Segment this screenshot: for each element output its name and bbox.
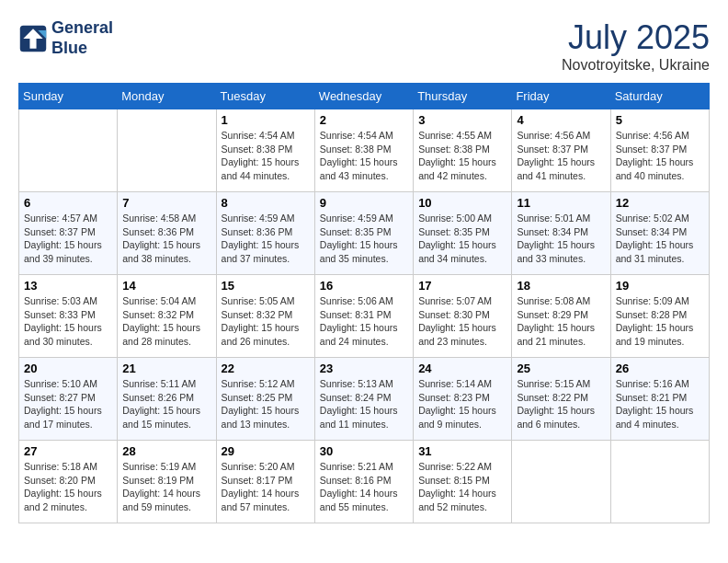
calendar-cell: 17Sunrise: 5:07 AM Sunset: 8:30 PM Dayli… (414, 275, 512, 358)
calendar-week-row: 1Sunrise: 4:54 AM Sunset: 8:38 PM Daylig… (19, 109, 710, 192)
location-subtitle: Novotroyitske, Ukraine (562, 57, 710, 74)
calendar-cell (512, 441, 610, 523)
logo: General Blue (18, 18, 113, 58)
day-detail: Sunrise: 5:18 AM Sunset: 8:20 PM Dayligh… (24, 460, 112, 514)
calendar-cell: 4Sunrise: 4:56 AM Sunset: 8:37 PM Daylig… (512, 109, 610, 192)
day-number: 8 (222, 196, 310, 210)
day-detail: Sunrise: 5:04 AM Sunset: 8:32 PM Dayligh… (122, 294, 210, 349)
logo-icon (18, 24, 48, 53)
day-number: 21 (122, 362, 210, 375)
calendar-cell: 5Sunrise: 4:56 AM Sunset: 8:37 PM Daylig… (610, 109, 709, 192)
calendar-cell: 12Sunrise: 5:02 AM Sunset: 8:34 PM Dayli… (610, 192, 709, 275)
weekday-header: Tuesday (216, 84, 314, 109)
day-detail: Sunrise: 4:59 AM Sunset: 8:36 PM Dayligh… (222, 212, 310, 266)
calendar-header-row: SundayMondayTuesdayWednesdayThursdayFrid… (19, 84, 710, 109)
day-detail: Sunrise: 4:59 AM Sunset: 8:35 PM Dayligh… (320, 212, 408, 266)
day-detail: Sunrise: 5:16 AM Sunset: 8:21 PM Dayligh… (616, 377, 704, 431)
day-number: 10 (418, 196, 506, 210)
day-detail: Sunrise: 5:00 AM Sunset: 8:35 PM Dayligh… (418, 212, 506, 266)
logo-text: General Blue (51, 18, 113, 58)
calendar-cell: 29Sunrise: 5:20 AM Sunset: 8:17 PM Dayli… (216, 441, 314, 523)
calendar-cell: 13Sunrise: 5:03 AM Sunset: 8:33 PM Dayli… (19, 275, 118, 358)
weekday-header: Sunday (19, 84, 118, 109)
day-number: 23 (320, 362, 408, 375)
calendar-cell: 27Sunrise: 5:18 AM Sunset: 8:20 PM Dayli… (19, 441, 118, 523)
calendar-cell: 16Sunrise: 5:06 AM Sunset: 8:31 PM Dayli… (314, 275, 413, 358)
calendar-cell: 1Sunrise: 4:54 AM Sunset: 8:38 PM Daylig… (216, 109, 314, 192)
calendar-cell: 24Sunrise: 5:14 AM Sunset: 8:23 PM Dayli… (414, 358, 512, 441)
calendar-cell: 9Sunrise: 4:59 AM Sunset: 8:35 PM Daylig… (314, 192, 413, 275)
calendar-cell: 11Sunrise: 5:01 AM Sunset: 8:34 PM Dayli… (512, 192, 610, 275)
calendar-cell: 23Sunrise: 5:13 AM Sunset: 8:24 PM Dayli… (314, 358, 413, 441)
day-number: 18 (517, 279, 605, 293)
calendar-cell: 15Sunrise: 5:05 AM Sunset: 8:32 PM Dayli… (216, 275, 314, 358)
day-detail: Sunrise: 5:15 AM Sunset: 8:22 PM Dayligh… (517, 377, 605, 431)
day-detail: Sunrise: 5:09 AM Sunset: 8:28 PM Dayligh… (616, 294, 704, 349)
calendar-cell (19, 109, 118, 192)
day-detail: Sunrise: 5:08 AM Sunset: 8:29 PM Dayligh… (517, 294, 605, 349)
calendar-cell: 2Sunrise: 4:54 AM Sunset: 8:38 PM Daylig… (314, 109, 413, 192)
calendar-cell: 31Sunrise: 5:22 AM Sunset: 8:15 PM Dayli… (414, 441, 512, 523)
calendar-cell: 10Sunrise: 5:00 AM Sunset: 8:35 PM Dayli… (414, 192, 512, 275)
day-number: 4 (517, 113, 605, 127)
calendar-cell: 14Sunrise: 5:04 AM Sunset: 8:32 PM Dayli… (118, 275, 216, 358)
calendar-cell: 18Sunrise: 5:08 AM Sunset: 8:29 PM Dayli… (512, 275, 610, 358)
calendar-week-row: 27Sunrise: 5:18 AM Sunset: 8:20 PM Dayli… (19, 441, 710, 523)
calendar-cell: 26Sunrise: 5:16 AM Sunset: 8:21 PM Dayli… (610, 358, 709, 441)
day-detail: Sunrise: 4:54 AM Sunset: 8:38 PM Dayligh… (222, 129, 310, 183)
calendar-cell: 30Sunrise: 5:21 AM Sunset: 8:16 PM Dayli… (314, 441, 413, 523)
day-number: 14 (122, 279, 210, 293)
day-detail: Sunrise: 4:54 AM Sunset: 8:38 PM Dayligh… (320, 129, 408, 183)
day-detail: Sunrise: 5:01 AM Sunset: 8:34 PM Dayligh… (517, 212, 605, 266)
day-number: 3 (418, 113, 506, 127)
calendar-week-row: 13Sunrise: 5:03 AM Sunset: 8:33 PM Dayli… (19, 275, 710, 358)
calendar-cell: 7Sunrise: 4:58 AM Sunset: 8:36 PM Daylig… (118, 192, 216, 275)
logo-line2: Blue (51, 39, 113, 59)
day-number: 11 (517, 196, 605, 210)
calendar-cell: 25Sunrise: 5:15 AM Sunset: 8:22 PM Dayli… (512, 358, 610, 441)
day-detail: Sunrise: 5:10 AM Sunset: 8:27 PM Dayligh… (24, 377, 112, 431)
day-detail: Sunrise: 5:14 AM Sunset: 8:23 PM Dayligh… (418, 377, 506, 431)
day-number: 13 (24, 279, 112, 293)
day-number: 17 (418, 279, 506, 293)
calendar-cell (118, 109, 216, 192)
day-number: 20 (24, 362, 112, 375)
day-detail: Sunrise: 5:06 AM Sunset: 8:31 PM Dayligh… (320, 294, 408, 349)
calendar-table: SundayMondayTuesdayWednesdayThursdayFrid… (18, 83, 710, 523)
calendar-cell: 19Sunrise: 5:09 AM Sunset: 8:28 PM Dayli… (610, 275, 709, 358)
day-detail: Sunrise: 5:02 AM Sunset: 8:34 PM Dayligh… (616, 212, 704, 266)
calendar-week-row: 6Sunrise: 4:57 AM Sunset: 8:37 PM Daylig… (19, 192, 710, 275)
day-detail: Sunrise: 4:58 AM Sunset: 8:36 PM Dayligh… (122, 212, 210, 266)
calendar-cell: 6Sunrise: 4:57 AM Sunset: 8:37 PM Daylig… (19, 192, 118, 275)
day-number: 26 (616, 362, 704, 375)
day-number: 19 (616, 279, 704, 293)
day-number: 24 (418, 362, 506, 375)
day-number: 16 (320, 279, 408, 293)
calendar-week-row: 20Sunrise: 5:10 AM Sunset: 8:27 PM Dayli… (19, 358, 710, 441)
day-detail: Sunrise: 5:20 AM Sunset: 8:17 PM Dayligh… (222, 460, 310, 514)
day-detail: Sunrise: 4:56 AM Sunset: 8:37 PM Dayligh… (616, 129, 704, 183)
calendar-cell (610, 441, 709, 523)
day-detail: Sunrise: 5:19 AM Sunset: 8:19 PM Dayligh… (122, 460, 210, 514)
day-number: 7 (122, 196, 210, 210)
weekday-header: Thursday (414, 84, 512, 109)
month-title: July 2025 (562, 18, 710, 57)
day-number: 30 (320, 444, 408, 458)
day-detail: Sunrise: 5:22 AM Sunset: 8:15 PM Dayligh… (418, 460, 506, 514)
logo-line1: General (51, 18, 113, 39)
day-detail: Sunrise: 5:03 AM Sunset: 8:33 PM Dayligh… (24, 294, 112, 349)
day-detail: Sunrise: 4:55 AM Sunset: 8:38 PM Dayligh… (418, 129, 506, 183)
day-number: 5 (616, 113, 704, 127)
day-detail: Sunrise: 5:05 AM Sunset: 8:32 PM Dayligh… (222, 294, 310, 349)
weekday-header: Wednesday (314, 84, 413, 109)
day-number: 2 (320, 113, 408, 127)
calendar-cell: 21Sunrise: 5:11 AM Sunset: 8:26 PM Dayli… (118, 358, 216, 441)
day-number: 12 (616, 196, 704, 210)
page-header: General Blue July 2025 Novotroyitske, Uk… (18, 18, 710, 74)
day-number: 15 (222, 279, 310, 293)
weekday-header: Saturday (610, 84, 709, 109)
calendar-cell: 20Sunrise: 5:10 AM Sunset: 8:27 PM Dayli… (19, 358, 118, 441)
day-detail: Sunrise: 5:13 AM Sunset: 8:24 PM Dayligh… (320, 377, 408, 431)
day-number: 28 (122, 444, 210, 458)
day-detail: Sunrise: 5:21 AM Sunset: 8:16 PM Dayligh… (320, 460, 408, 514)
